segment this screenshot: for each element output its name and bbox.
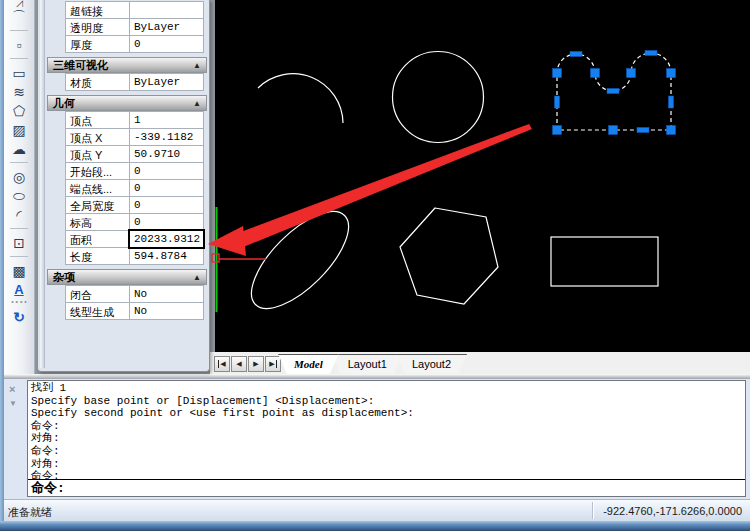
text-tool-icon[interactable]: A [7, 280, 31, 299]
toolbar-divider [10, 224, 28, 233]
drawing-canvas[interactable] [215, 0, 750, 352]
palette-body: 超链接透明度ByLayer厚度0三维可视化▲材质ByLayer几何▲顶点1顶点 … [47, 1, 209, 320]
grip-vertex[interactable] [609, 126, 618, 135]
insert-block-icon[interactable]: ⊡ [7, 233, 31, 252]
tab-layout2[interactable]: Layout2 [396, 354, 467, 374]
property-value[interactable]: No [129, 285, 204, 303]
polygon-tool-icon[interactable]: ⬠ [7, 101, 31, 120]
grip-vertex[interactable] [553, 126, 562, 135]
command-history-line: Specify second point or <use first point… [31, 407, 742, 420]
grip-midpoint[interactable] [555, 96, 560, 108]
command-history-line: 找到 1 [31, 382, 742, 395]
hatch-icon[interactable]: ▩ [7, 261, 31, 280]
boundary-hatch-icon[interactable]: ▨ [7, 120, 31, 139]
grip-midpoint[interactable] [669, 96, 674, 108]
spline-edit-icon[interactable]: ⌒ [7, 7, 31, 26]
grip-midpoint[interactable] [645, 51, 657, 56]
property-row: 顶点 Y50.9710 [65, 145, 204, 163]
toolbar-divider [10, 158, 28, 167]
property-row: 全局宽度0 [65, 196, 204, 214]
property-value[interactable]: 0 [129, 35, 204, 53]
property-value[interactable]: 0 [129, 213, 204, 231]
hexagon-entity[interactable] [400, 208, 498, 304]
property-row: 线型生成No [65, 302, 204, 320]
grip-vertex[interactable] [627, 69, 636, 78]
collapse-arrow-icon[interactable]: ▲ [193, 61, 201, 70]
point-icon[interactable]: ▫ [7, 35, 31, 54]
section-title: 几何 [53, 96, 75, 111]
palette-grab-bar[interactable] [40, 0, 45, 368]
property-value[interactable]: No [129, 302, 204, 320]
palette-section-header[interactable]: 几何▲ [47, 95, 207, 111]
clipped-top-icon[interactable]: ◿ [7, 0, 31, 7]
property-value[interactable] [129, 1, 204, 19]
grip-midpoint[interactable] [570, 52, 582, 57]
property-value[interactable]: 50.9710 [129, 145, 204, 163]
expand-history-icon[interactable]: ▼ [9, 399, 17, 408]
palette-section-header[interactable]: 杂项▲ [47, 269, 207, 285]
toolbar-dots: • • • • [7, 299, 31, 307]
property-value[interactable]: 594.8784 [129, 247, 204, 265]
collapse-arrow-icon[interactable]: ▲ [193, 99, 201, 108]
property-label: 全局宽度 [65, 196, 129, 214]
command-history-line: Specify base point or [Displacement] <Di… [31, 395, 742, 408]
status-divider [592, 502, 594, 519]
prev-tab-button[interactable]: ◀ [231, 356, 247, 372]
section-title: 三维可视化 [53, 58, 108, 73]
toolbar-divider [10, 26, 28, 35]
grip-midpoint[interactable] [637, 128, 649, 133]
grip-vertex[interactable] [553, 69, 562, 78]
property-row: 材质ByLayer [65, 73, 204, 91]
arc-entity[interactable] [258, 74, 343, 123]
property-value-selected[interactable]: 20233.9312 [129, 230, 204, 248]
first-tab-button[interactable]: ◀ [214, 356, 230, 372]
status-bar: 准备就绪 -922.4760,-171.6266,0.0000 [0, 499, 750, 521]
property-row: 超链接 [65, 1, 204, 19]
property-label: 透明度 [65, 18, 129, 36]
circle-entity[interactable] [393, 52, 484, 143]
tab-layout1[interactable]: Layout1 [332, 354, 403, 374]
property-label: 厚度 [65, 35, 129, 53]
palette-section-header[interactable]: 三维可视化▲ [47, 57, 207, 73]
command-history: 找到 1Specify base point or [Displacement]… [28, 381, 745, 479]
rectangle-entity[interactable] [551, 237, 658, 286]
property-label: 开始段... [65, 162, 129, 180]
grip-midpoint[interactable] [607, 89, 619, 94]
property-label: 标高 [65, 213, 129, 231]
property-value[interactable]: 0 [129, 196, 204, 214]
command-history-line: 命令: [31, 445, 742, 458]
property-value[interactable]: 1 [129, 111, 204, 129]
property-label: 面积 [65, 230, 129, 248]
command-history-line: 对角: [31, 458, 742, 471]
last-tab-button[interactable]: ▶ [265, 356, 281, 372]
command-text-area[interactable]: 找到 1Specify base point or [Displacement]… [27, 380, 746, 497]
grip-vertex[interactable] [667, 69, 676, 78]
donut-icon[interactable]: ◎ [7, 167, 31, 186]
revision-cloud-icon[interactable]: ☁ [7, 139, 31, 158]
ellipse-entity[interactable] [236, 196, 363, 323]
next-tab-button[interactable]: ▶ [248, 356, 264, 372]
coordinates-readout: -922.4760,-171.6266,0.0000 [603, 505, 742, 517]
fillet-arc-icon[interactable]: ◜ [7, 205, 31, 224]
grip-vertex[interactable] [591, 69, 600, 78]
property-row: 开始段...0 [65, 162, 204, 180]
grip-vertex[interactable] [667, 126, 676, 135]
property-value[interactable]: -339.1182 [129, 128, 204, 146]
property-value[interactable]: 0 [129, 162, 204, 180]
command-input-line[interactable]: 命令: [28, 479, 745, 496]
rectangle-tool-icon[interactable]: ▭ [7, 63, 31, 82]
window-bottom-border [0, 521, 750, 531]
close-icon[interactable]: × [9, 383, 15, 395]
grip-squares[interactable] [553, 51, 676, 135]
property-label: 材质 [65, 73, 129, 91]
tab-model[interactable]: Model [278, 354, 339, 374]
ellipse-tool-icon[interactable]: ⬭ [7, 186, 31, 205]
property-value[interactable]: 0 [129, 179, 204, 197]
property-label: 长度 [65, 247, 129, 265]
property-value[interactable]: ByLayer [129, 73, 204, 91]
regen-icon[interactable]: ↻ [7, 307, 31, 326]
spline-icon[interactable]: ≋ [7, 82, 31, 101]
collapse-arrow-icon[interactable]: ▲ [193, 273, 201, 282]
property-value[interactable]: ByLayer [129, 18, 204, 36]
canvas-svg [215, 0, 750, 352]
